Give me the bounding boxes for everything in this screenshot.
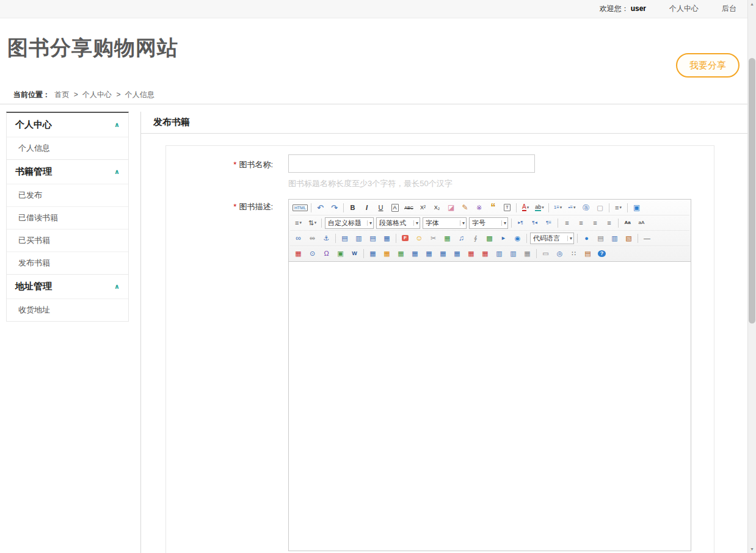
- flash-icon[interactable]: F: [399, 232, 412, 244]
- share-button[interactable]: 我要分享: [676, 53, 740, 78]
- indent-icon[interactable]: ▸¶: [514, 217, 527, 229]
- superscript-icon[interactable]: X²: [416, 201, 429, 214]
- scrollbar-down-arrow[interactable]: ▼: [748, 547, 756, 551]
- eraser-icon[interactable]: ◪: [445, 201, 457, 214]
- unordered-list-icon[interactable]: •≡▾: [565, 201, 578, 214]
- ordered-list-icon[interactable]: 1≡▾: [551, 201, 564, 214]
- word-paste-icon[interactable]: W: [348, 247, 361, 259]
- topbar-link-personal-center[interactable]: 个人中心: [669, 4, 699, 14]
- size-select[interactable]: 字号▾: [469, 217, 508, 229]
- hr-icon[interactable]: —: [641, 232, 653, 244]
- breadcrumb-home[interactable]: 首页: [54, 90, 69, 99]
- link-icon[interactable]: ∞: [292, 232, 305, 244]
- comment-icon[interactable]: ▣: [334, 247, 347, 259]
- merge-cells-icon[interactable]: ▥: [493, 247, 506, 259]
- highlight-color-icon[interactable]: ab▾: [533, 201, 546, 214]
- font-style-icon[interactable]: A: [388, 201, 401, 214]
- code-select[interactable]: 代码语言▾: [530, 233, 574, 244]
- auto-typeset-icon[interactable]: ※: [473, 201, 485, 214]
- book-icon[interactable]: ▧: [622, 232, 635, 244]
- emoticons-icon[interactable]: ☺: [413, 232, 426, 244]
- sidebar-item-bought-books[interactable]: 已买书籍: [7, 229, 128, 251]
- split-cells-icon[interactable]: ▥: [507, 247, 520, 259]
- image-align-center-icon[interactable]: ▥: [352, 232, 365, 244]
- calendar-icon[interactable]: ▦: [292, 247, 305, 259]
- new-page-icon[interactable]: ▢: [594, 201, 606, 214]
- format-brush-icon[interactable]: ✎: [459, 201, 471, 214]
- sidebar-section-book-management[interactable]: 书籍管理 ∧: [7, 159, 128, 184]
- strikethrough-icon[interactable]: ABC: [402, 201, 415, 214]
- scrollbar-up-arrow[interactable]: ▲: [748, 2, 756, 6]
- insert-row-below-icon[interactable]: ▦: [423, 247, 435, 259]
- book-name-input[interactable]: [288, 154, 535, 173]
- breadcrumb-personal-center[interactable]: 个人中心: [82, 90, 112, 99]
- screen-capture-icon[interactable]: ✂: [427, 232, 440, 244]
- delete-col-icon[interactable]: ▦: [479, 247, 492, 259]
- list-style-icon[interactable]: ⓐ: [580, 201, 592, 214]
- line-height-icon[interactable]: ≡▾: [612, 201, 625, 214]
- print-icon[interactable]: ▭: [539, 247, 552, 259]
- clipboard-icon[interactable]: ▤: [581, 247, 594, 259]
- image-icon[interactable]: ▩: [483, 232, 496, 244]
- paste-plain-icon[interactable]: T: [501, 201, 514, 214]
- sidebar-item-published[interactable]: 已发布: [7, 184, 128, 206]
- search-icon[interactable]: ◎: [553, 247, 566, 259]
- editor-content[interactable]: [289, 262, 691, 551]
- sidebar-section-address-management[interactable]: 地址管理 ∧: [7, 274, 128, 298]
- image-align-right-icon[interactable]: ▤: [366, 232, 379, 244]
- align-justify-icon[interactable]: ≡: [603, 217, 616, 229]
- heading-select[interactable]: 自定义标题▾: [325, 217, 374, 229]
- sidebar-item-publish-book[interactable]: 发布书籍: [7, 251, 128, 274]
- music-icon[interactable]: ♫: [455, 232, 468, 244]
- outdent-icon[interactable]: ¶◂: [528, 217, 541, 229]
- paragraph-select[interactable]: 段落格式▾: [376, 217, 420, 229]
- html-source-icon[interactable]: HTML: [292, 201, 308, 214]
- blockquote-icon[interactable]: “: [487, 201, 500, 214]
- sidebar-item-personal-info[interactable]: 个人信息: [7, 137, 128, 159]
- find-replace-icon[interactable]: ∷: [567, 247, 580, 259]
- unlink-icon[interactable]: ∞: [306, 232, 319, 244]
- image-block-icon[interactable]: ▦: [380, 232, 393, 244]
- paragraph-icon[interactable]: ¶≡: [542, 217, 555, 229]
- paragraph-align-icon[interactable]: ≡▾: [292, 217, 305, 229]
- underline-icon[interactable]: U: [374, 201, 387, 214]
- insert-row-above-icon[interactable]: ▦: [409, 247, 421, 259]
- bold-icon[interactable]: B: [346, 201, 359, 214]
- sidebar-item-shipping-address[interactable]: 收货地址: [7, 298, 128, 321]
- subscript-icon[interactable]: X₂: [431, 201, 443, 214]
- cell-props-icon[interactable]: ▦: [394, 247, 407, 259]
- lowercase-icon[interactable]: aA: [635, 217, 648, 229]
- italic-icon[interactable]: I: [360, 201, 373, 214]
- clock-icon[interactable]: ⊙: [306, 247, 319, 259]
- insert-col-left-icon[interactable]: ▦: [437, 247, 449, 259]
- fullscreen-icon[interactable]: ▣: [630, 201, 643, 214]
- topbar-link-admin[interactable]: 后台: [722, 4, 736, 14]
- columns-icon[interactable]: ▥: [608, 232, 621, 244]
- board-icon[interactable]: ▦: [441, 232, 454, 244]
- table-props-icon[interactable]: ▦: [380, 247, 393, 259]
- insert-file-icon[interactable]: ▤: [594, 232, 607, 244]
- delete-table-icon[interactable]: ▦: [521, 247, 534, 259]
- video-icon[interactable]: ►: [497, 232, 510, 244]
- align-right-icon[interactable]: ≡: [589, 217, 602, 229]
- redo-icon[interactable]: ↷: [328, 201, 341, 214]
- align-left-icon[interactable]: ≡: [561, 217, 573, 229]
- undo-icon[interactable]: ↶: [314, 201, 327, 214]
- attachment-icon[interactable]: ∮: [469, 232, 482, 244]
- sidebar-item-borrowed-books[interactable]: 已借读书籍: [7, 206, 128, 229]
- image-align-left-icon[interactable]: ▤: [338, 232, 351, 244]
- globe-icon[interactable]: ●: [580, 232, 593, 244]
- sidebar-section-personal-center[interactable]: 个人中心 ∧: [7, 113, 128, 137]
- anchor-icon[interactable]: ⚓: [320, 232, 333, 244]
- font-select[interactable]: 字体▾: [423, 217, 467, 229]
- map-icon[interactable]: ◉: [511, 232, 524, 244]
- line-spacing-icon[interactable]: ⇅▾: [306, 217, 319, 229]
- insert-table-icon[interactable]: ▦: [366, 247, 379, 259]
- align-center-icon[interactable]: ≡: [575, 217, 587, 229]
- insert-col-right-icon[interactable]: ▦: [451, 247, 463, 259]
- uppercase-icon[interactable]: Aa: [621, 217, 634, 229]
- help-icon[interactable]: ?: [595, 247, 608, 259]
- special-char-icon[interactable]: Ω: [320, 247, 333, 259]
- scrollbar-thumb[interactable]: [749, 58, 755, 323]
- text-color-icon[interactable]: A▾: [519, 201, 532, 214]
